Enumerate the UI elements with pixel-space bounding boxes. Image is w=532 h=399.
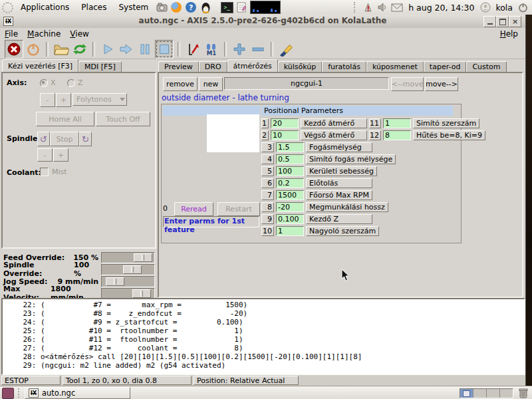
jog-minus-button[interactable]: -	[40, 93, 55, 107]
param-label: Fogásmélység	[306, 142, 372, 152]
spindle-slower-button[interactable]: -	[37, 148, 53, 162]
stop-program-button[interactable]	[155, 40, 174, 59]
machine-power-button[interactable]	[25, 41, 42, 58]
param-value-input[interactable]	[276, 154, 304, 164]
param-value-input[interactable]	[271, 118, 299, 128]
param-value-input[interactable]	[276, 142, 304, 152]
slider-handle[interactable]	[134, 253, 152, 262]
ngcgui-status-message: Enter parms for 1st feature	[163, 216, 259, 227]
home-all-button[interactable]: Home All	[36, 112, 94, 126]
distro-logo-icon[interactable]	[1, 1, 14, 14]
move-right-button[interactable]: move-->	[425, 77, 458, 91]
text-editor-icon[interactable]	[235, 1, 248, 14]
spindle-stop-button[interactable]: Stop	[50, 132, 79, 146]
maximize-button[interactable]	[496, 16, 509, 27]
volume-icon[interactable]	[376, 1, 389, 14]
zoom-in-button[interactable]	[231, 41, 248, 58]
menu-file[interactable]: File	[0, 29, 23, 39]
param-label: Kezdő átmérő	[301, 118, 367, 128]
firefox-icon[interactable]	[170, 1, 183, 14]
pause-program-button[interactable]	[136, 41, 154, 58]
estop-button[interactable]	[5, 40, 23, 59]
page-name-entry[interactable]	[224, 77, 389, 90]
param-value-input[interactable]	[383, 130, 411, 140]
menu-help[interactable]: Help	[495, 29, 523, 39]
spindle-override-slider[interactable]	[101, 264, 155, 275]
param-value-input[interactable]	[276, 226, 304, 236]
mail-icon[interactable]	[390, 1, 404, 14]
toolbar-separator	[46, 42, 49, 57]
menu-machine[interactable]: Machine	[23, 29, 65, 39]
param-value-input[interactable]	[276, 190, 304, 200]
slider-handle[interactable]	[123, 265, 142, 274]
trash-icon[interactable]	[519, 388, 528, 398]
spindle-cw-button[interactable]: ↻	[79, 132, 92, 146]
restart-button[interactable]: Restart	[217, 202, 260, 216]
step-line-button[interactable]	[118, 41, 135, 58]
max-velocity-slider[interactable]	[101, 288, 155, 299]
screenshot-icon[interactable]	[155, 1, 168, 14]
clear-plot-button[interactable]	[277, 41, 295, 58]
param-value-input[interactable]	[271, 130, 299, 140]
workspace-switcher	[460, 388, 513, 398]
workspace-2[interactable]	[473, 389, 487, 398]
menu-applications[interactable]: Applications	[15, 0, 75, 15]
axis-radio-x[interactable]: X	[40, 78, 56, 87]
jog-increment-select[interactable]: Folytonos	[72, 93, 127, 106]
param-label: Előtolás	[306, 178, 372, 188]
taskbar-item[interactable]: IX auto.ngc	[25, 387, 130, 399]
param-value-input[interactable]	[383, 118, 411, 128]
window-titlebar[interactable]: IX auto.ngc - AXIS 2.5.0-pre2-626-g402b6…	[0, 15, 525, 29]
optional-stop-m1-button[interactable]: M1	[203, 41, 220, 58]
zoom-out-button[interactable]	[249, 41, 267, 58]
menu-places[interactable]: Places	[75, 0, 112, 15]
status-bar: ESTOP Tool 1, zo 0, xo 0, dia 0.8 Positi…	[0, 375, 525, 386]
param-row: 9 Kezdő Z	[261, 213, 458, 225]
workspace-1[interactable]	[460, 389, 473, 398]
spindle-faster-button[interactable]: +	[53, 148, 68, 162]
close-button[interactable]: ×	[509, 16, 521, 27]
param-label: Megmunkálási hossz	[306, 202, 388, 212]
subroutine-title: outside diameter - lathe turning	[162, 93, 289, 102]
gnome-top-panel: Applications Places System ? >_	[0, 0, 532, 15]
slider-handle[interactable]	[106, 277, 124, 286]
system-monitor-applet[interactable]	[250, 1, 281, 14]
param-value-input[interactable]	[276, 166, 304, 176]
tux-icon[interactable]	[199, 1, 212, 14]
menu-system[interactable]: System	[112, 0, 154, 15]
jog-speed-slider[interactable]	[101, 276, 155, 287]
help-icon[interactable]: ?	[184, 1, 198, 14]
feed-override-slider[interactable]	[101, 252, 155, 263]
clock-applet[interactable]: h aug 20, 14:30	[404, 0, 478, 15]
slider-handle[interactable]	[132, 289, 151, 298]
minimize-button[interactable]	[483, 16, 496, 27]
reread-button[interactable]: Reread	[174, 202, 213, 216]
axis-radio-z[interactable]: Z	[67, 78, 83, 87]
mist-checkbox[interactable]: Mist	[40, 168, 67, 176]
gcode-listing[interactable]: 22: ( #7 = max_rpm = 1500) 23: ( #8 = z_…	[1, 298, 525, 375]
remove-page-button[interactable]: remove	[163, 77, 198, 91]
user-switcher[interactable]: kola	[493, 0, 515, 15]
terminal-icon[interactable]: >_	[220, 1, 233, 14]
move-left-button[interactable]: <--move	[391, 77, 424, 91]
param-value-input[interactable]	[276, 214, 304, 224]
param-number: 6	[261, 178, 274, 188]
param-value-input[interactable]	[276, 202, 304, 212]
notification-icon[interactable]	[361, 1, 374, 14]
spindle-ccw-button[interactable]: ↺	[37, 132, 50, 146]
param-value-input[interactable]	[276, 178, 304, 188]
new-page-button[interactable]: new	[199, 77, 223, 91]
toolbar: M1	[0, 39, 525, 59]
menu-view[interactable]: View	[65, 29, 93, 39]
toolbar-separator	[224, 42, 227, 57]
open-file-button[interactable]	[53, 41, 70, 58]
reload-file-button[interactable]	[71, 41, 88, 58]
jog-plus-button[interactable]: +	[56, 93, 71, 107]
touch-off-button[interactable]: Touch Off	[96, 112, 150, 126]
show-desktop-icon[interactable]	[2, 388, 14, 399]
shutdown-icon[interactable]	[516, 1, 529, 14]
run-program-button[interactable]	[99, 41, 116, 58]
workspace-3[interactable]	[487, 389, 500, 398]
workspace-4[interactable]	[500, 389, 513, 398]
skip-lines-button[interactable]	[184, 41, 201, 58]
